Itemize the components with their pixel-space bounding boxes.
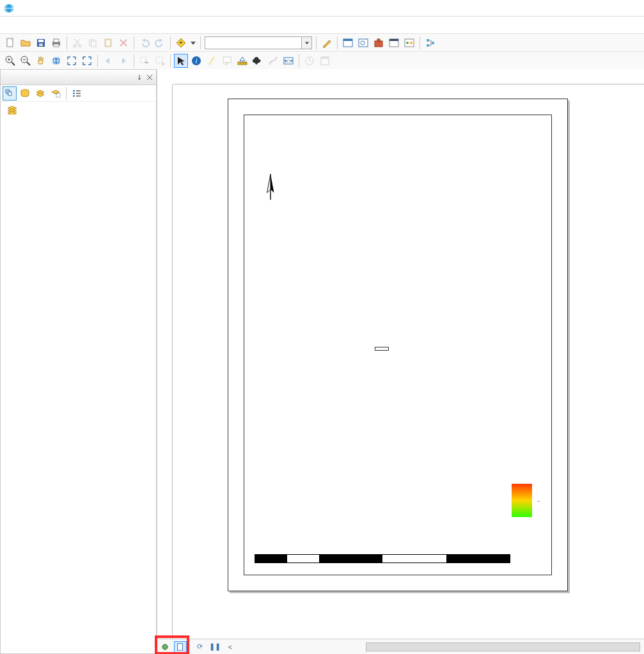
list-by-source-icon[interactable] [18, 86, 32, 100]
fixed-zoom-out-icon[interactable] [80, 54, 94, 68]
add-data-icon[interactable]: + [174, 36, 188, 50]
select-features-icon[interactable] [137, 54, 152, 68]
editor-toolbar-icon[interactable] [320, 36, 334, 50]
svg-rect-36 [432, 42, 434, 44]
scroll-left-icon[interactable]: < [224, 641, 237, 653]
goto-xy-icon[interactable]: XY [281, 54, 295, 68]
svg-point-32 [406, 42, 409, 44]
delete-icon[interactable] [116, 36, 130, 50]
measure-icon[interactable] [235, 54, 249, 68]
clear-selection-icon[interactable] [153, 54, 167, 68]
new-file-icon[interactable] [3, 36, 17, 50]
separator [134, 36, 134, 49]
svg-marker-58 [240, 57, 245, 61]
html-popup-icon[interactable] [220, 54, 234, 68]
svg-point-86 [162, 644, 168, 650]
catalog-window-icon[interactable] [341, 36, 355, 50]
svg-rect-77 [76, 93, 81, 94]
menu-bookmarks[interactable] [42, 23, 55, 27]
map-scale-input[interactable] [205, 36, 302, 49]
forward-extent-icon[interactable] [116, 54, 130, 68]
svg-rect-78 [73, 95, 75, 97]
layout-view-button[interactable] [174, 641, 187, 653]
layers-icon [7, 106, 17, 115]
separator [337, 36, 338, 49]
cut-icon[interactable] [70, 36, 84, 50]
list-by-drawing-order-icon[interactable] [3, 86, 17, 100]
save-icon[interactable] [34, 36, 48, 50]
toc-close-icon[interactable] [146, 74, 153, 81]
separator [170, 54, 171, 67]
find-icon[interactable] [251, 54, 265, 68]
svg-rect-35 [427, 44, 429, 47]
print-icon[interactable] [49, 36, 63, 50]
open-file-icon[interactable] [19, 36, 33, 50]
svg-marker-22 [304, 42, 308, 44]
menu-geoprocessing[interactable] [81, 23, 93, 27]
arc-toolbox-icon[interactable] [372, 36, 386, 50]
menu-windows[interactable] [106, 23, 119, 27]
menu-selection[interactable] [68, 23, 81, 27]
add-data-dropdown-icon[interactable] [189, 36, 197, 50]
data-frame-label[interactable] [375, 347, 389, 351]
data-view-button[interactable] [159, 641, 171, 653]
menu-customize[interactable] [93, 23, 106, 27]
toc-pin-icon[interactable] [136, 74, 143, 81]
redo-icon[interactable] [153, 36, 167, 50]
time-slider-icon[interactable] [302, 54, 317, 68]
map-scale-combo[interactable] [205, 36, 312, 49]
layoutS-canvas[interactable]: - [173, 84, 644, 639]
svg-marker-52 [178, 57, 185, 65]
svg-rect-24 [343, 39, 352, 41]
north-arrow[interactable] [263, 173, 278, 203]
toc-tree[interactable] [1, 102, 156, 653]
list-by-selection-icon[interactable] [49, 86, 63, 100]
standard-toolbar: + [0, 33, 644, 51]
legend[interactable]: - [512, 480, 540, 517]
search-window-icon[interactable] [356, 36, 370, 50]
menu-help[interactable] [119, 23, 132, 27]
select-elements-icon[interactable] [174, 54, 188, 68]
undo-icon[interactable] [137, 36, 152, 50]
python-window-icon[interactable] [387, 36, 401, 50]
separator [66, 87, 67, 100]
scale-bar[interactable] [255, 554, 540, 564]
horizontal-scrollbar[interactable] [366, 642, 640, 651]
menu-edit[interactable] [17, 23, 29, 27]
map-scale-dropdown-icon[interactable] [302, 36, 312, 49]
back-extent-icon[interactable] [101, 54, 115, 68]
svg-rect-74 [73, 90, 75, 92]
find-route-icon[interactable] [266, 54, 280, 68]
refresh-view-icon[interactable]: ⟳ [193, 641, 206, 653]
menu-file[interactable] [4, 23, 17, 27]
zoom-in-icon[interactable] [3, 54, 17, 68]
copy-icon[interactable] [86, 36, 100, 50]
pause-drawing-icon[interactable]: ❚❚ [208, 641, 221, 653]
model-builder-icon[interactable] [402, 36, 416, 50]
page-layout[interactable]: - [228, 99, 568, 591]
vertical-ruler [157, 84, 173, 639]
fixed-zoom-in-icon[interactable] [65, 54, 79, 68]
full-extent-icon[interactable] [49, 54, 63, 68]
paste-icon[interactable] [101, 36, 115, 50]
window-titlebar [0, 0, 644, 17]
svg-line-42 [27, 62, 30, 65]
table-of-contents-panel [0, 69, 157, 654]
identify-icon[interactable]: i [189, 54, 203, 68]
layers-root-item[interactable] [3, 106, 153, 115]
menu-view[interactable] [29, 23, 42, 27]
layout-view-area[interactable]: - [157, 69, 644, 654]
map-frame[interactable]: - [244, 115, 552, 575]
toc-options-icon[interactable] [70, 86, 84, 100]
svg-marker-82 [8, 111, 17, 115]
list-by-visibility-icon[interactable] [33, 86, 47, 100]
viewer-window-icon[interactable] [318, 54, 332, 68]
arccatalog-tree-icon[interactable] [423, 36, 437, 50]
app-icon [4, 3, 14, 13]
zoom-out-icon[interactable] [19, 54, 33, 68]
hyperlink-icon[interactable] [205, 54, 219, 68]
menu-insert[interactable] [55, 23, 68, 27]
toc-header [1, 70, 156, 85]
pan-icon[interactable] [34, 54, 48, 68]
svg-marker-83 [271, 174, 274, 193]
